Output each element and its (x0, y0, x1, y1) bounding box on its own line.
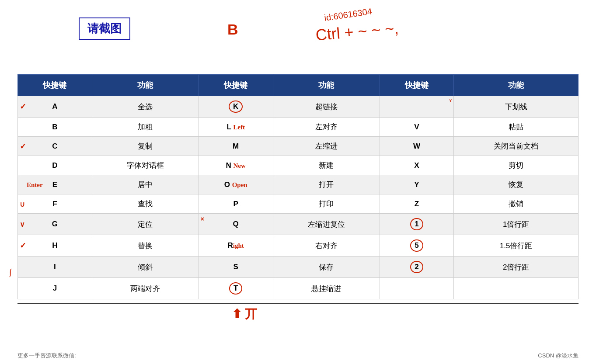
key-col-2: ×Q (199, 214, 273, 235)
table-row: ✓C复制M左缩进W关闭当前文档 (18, 137, 579, 156)
key-col-2: N New (199, 156, 273, 175)
key-col-3: 5 (380, 235, 454, 257)
key-col-2: Right (199, 235, 273, 257)
table-row: ∨G定位×Q左缩进复位11倍行距 (18, 214, 579, 235)
table-row: B加粗L Left左对齐V粘贴 (18, 118, 579, 137)
key-col-3: Y (380, 175, 454, 194)
key-col-2: M (199, 137, 273, 156)
shortcut-table: 快捷键 功能 快捷键 功能 快捷键 功能 ✓A全选K超链接ᵞ下划线B加粗L Le… (17, 74, 579, 299)
func-col-3: 恢复 (454, 175, 579, 194)
col-header-f1: 功能 (92, 75, 199, 96)
annotation-ctrl: Ctrl + ~ ~ ~, (315, 19, 399, 44)
key-col-1: D (18, 156, 92, 175)
func-col-3: 2倍行距 (454, 257, 579, 278)
key-col-3: X (380, 156, 454, 175)
func-col-2: 打印 (273, 194, 380, 214)
func-col-1: 替换 (92, 235, 199, 257)
annotation-b: B (227, 21, 238, 38)
func-col-3: 下划线 (454, 96, 579, 118)
func-col-1: 查找 (92, 194, 199, 214)
col-header-k3: 快捷键 (380, 75, 454, 96)
col-header-f2: 功能 (273, 75, 380, 96)
table-row: ✓H替换Right右对齐51.5倍行距 (18, 235, 579, 257)
bottom-bar: 更多一手资源联系微信: CSDN @淡水鱼 (0, 352, 596, 360)
func-col-3: 剪切 (454, 156, 579, 175)
func-col-3: 1.5倍行距 (454, 235, 579, 257)
func-col-2: 左缩进 (273, 137, 380, 156)
table-header-row: 快捷键 功能 快捷键 功能 快捷键 功能 (18, 75, 579, 96)
func-col-3: 粘贴 (454, 118, 579, 137)
func-col-2: 右对齐 (273, 235, 380, 257)
func-col-1: 居中 (92, 175, 199, 194)
func-col-2: 悬挂缩进 (273, 278, 380, 299)
key-col-1: EnterE (18, 175, 92, 194)
table-row: ∫I倾斜S保存22倍行距 (18, 257, 579, 278)
key-col-3: 1 (380, 214, 454, 235)
func-col-2: 左缩进复位 (273, 214, 380, 235)
key-col-3: Z (380, 194, 454, 214)
box-label: 请截图 (79, 17, 130, 40)
key-col-1: ∨G (18, 214, 92, 235)
key-col-2: L Left (199, 118, 273, 137)
annotation-id: id:60616304 (324, 7, 373, 23)
top-annotations: 请截图 B id:60616304 Ctrl + ~ ~ ~, (17, 9, 579, 70)
func-col-1: 定位 (92, 214, 199, 235)
table-row: ✓A全选K超链接ᵞ下划线 (18, 96, 579, 118)
func-col-3: 撤销 (454, 194, 579, 214)
below-table-area: ⬆ 丌 (17, 304, 579, 330)
func-col-3 (454, 278, 579, 299)
key-col-1: ∪F (18, 194, 92, 214)
func-col-3: 关闭当前文档 (454, 137, 579, 156)
func-col-1: 全选 (92, 96, 199, 118)
func-col-1: 字体对话框 (92, 156, 199, 175)
col-header-k2: 快捷键 (199, 75, 273, 96)
func-col-2: 打开 (273, 175, 380, 194)
func-col-1: 复制 (92, 137, 199, 156)
key-col-2: K (199, 96, 273, 118)
table-row: J两端对齐T悬挂缩进 (18, 278, 579, 299)
func-col-2: 左对齐 (273, 118, 380, 137)
key-col-1: ✓H (18, 235, 92, 257)
key-col-1: ✓C (18, 137, 92, 156)
table-row: EnterE居中O Open打开Y恢复 (18, 175, 579, 194)
key-col-3: V (380, 118, 454, 137)
key-col-2: S (199, 257, 273, 278)
key-col-1: ∫I (18, 257, 92, 278)
func-col-2: 保存 (273, 257, 380, 278)
key-col-2: O Open (199, 175, 273, 194)
key-col-1: B (18, 118, 92, 137)
key-col-3 (380, 278, 454, 299)
key-col-1: J (18, 278, 92, 299)
func-col-1: 加粗 (92, 118, 199, 137)
annotation-t-arrow: ⬆ 丌 (232, 306, 257, 322)
bottom-left: 更多一手资源联系微信: (17, 352, 76, 360)
key-col-3: ᵞ (380, 96, 454, 118)
func-col-2: 新建 (273, 156, 380, 175)
bottom-right: CSDN @淡水鱼 (538, 352, 579, 360)
func-col-1: 倾斜 (92, 257, 199, 278)
func-col-1: 两端对齐 (92, 278, 199, 299)
key-col-1: ✓A (18, 96, 92, 118)
col-header-k1: 快捷键 (18, 75, 92, 96)
table-row: D字体对话框N New新建X剪切 (18, 156, 579, 175)
key-col-3: W (380, 137, 454, 156)
col-header-f3: 功能 (454, 75, 579, 96)
key-col-2: T (199, 278, 273, 299)
key-col-3: 2 (380, 257, 454, 278)
table-row: ∪F查找P打印Z撤销 (18, 194, 579, 214)
func-col-3: 1倍行距 (454, 214, 579, 235)
key-col-2: P (199, 194, 273, 214)
page-container: 请截图 B id:60616304 Ctrl + ~ ~ ~, 快捷键 功能 快… (0, 0, 596, 364)
func-col-2: 超链接 (273, 96, 380, 118)
